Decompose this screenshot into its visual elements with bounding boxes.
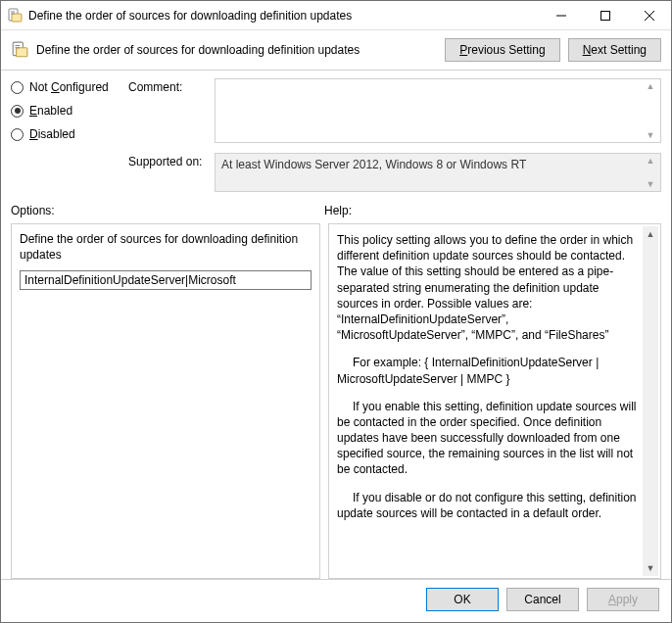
comment-value <box>216 79 660 87</box>
supported-on-text: At least Windows Server 2012, Windows 8 … <box>221 158 526 171</box>
ok-button[interactable]: OK <box>426 588 499 611</box>
help-para-2: For example: { InternalDefinitionUpdateS… <box>337 355 639 386</box>
help-panel: This policy setting allows you to define… <box>328 223 661 579</box>
options-label: Options: <box>11 204 324 217</box>
dialog-footer: OK Cancel Apply <box>1 579 671 618</box>
cancel-button[interactable]: Cancel <box>506 588 579 611</box>
scroll-up-icon: ▲ <box>643 226 658 242</box>
next-setting-button[interactable]: Next Setting <box>568 38 661 62</box>
radio-enabled[interactable]: Enabled <box>11 104 119 118</box>
supported-on-box: At least Windows Server 2012, Windows 8 … <box>215 153 661 192</box>
comment-label: Comment: <box>128 78 209 94</box>
header-title: Define the order of sources for download… <box>36 43 437 57</box>
window-title: Define the order of sources for download… <box>28 9 539 23</box>
help-para-1: This policy setting allows you to define… <box>337 232 639 343</box>
help-para-3: If you enable this setting, definition u… <box>337 399 639 478</box>
radio-icon <box>11 128 24 141</box>
scroll-down-icon: ▼ <box>643 130 658 140</box>
comment-textarea[interactable]: ▲ ▼ <box>215 78 661 143</box>
supported-on-label: Supported on: <box>128 153 209 168</box>
svg-rect-1 <box>12 14 22 22</box>
close-button[interactable] <box>627 1 671 29</box>
app-icon <box>7 8 23 24</box>
minimize-button[interactable] <box>539 1 583 29</box>
state-radios: Not Configured Enabled Disabled <box>11 78 119 192</box>
radio-icon <box>11 81 24 94</box>
help-label: Help: <box>324 204 661 217</box>
options-panel: Define the order of sources for download… <box>11 223 320 579</box>
option-description: Define the order of sources for download… <box>20 232 312 263</box>
next-setting-label: ext Setting <box>591 43 647 57</box>
scroll-up-icon: ▲ <box>643 156 658 166</box>
help-para-4: If you disable or do not configure this … <box>337 490 639 521</box>
scrollbar: ▲ ▼ <box>643 81 658 140</box>
radio-disabled[interactable]: Disabled <box>11 127 119 141</box>
header-row: Define the order of sources for download… <box>1 30 671 71</box>
radio-icon <box>11 105 24 118</box>
svg-rect-5 <box>600 11 609 20</box>
titlebar: Define the order of sources for download… <box>1 1 671 30</box>
scrollbar: ▲ ▼ <box>643 156 658 189</box>
option-value-input[interactable] <box>20 270 312 290</box>
policy-icon <box>11 41 28 59</box>
previous-setting-label: revious Setting <box>467 43 545 57</box>
previous-setting-button[interactable]: Previous Setting <box>445 38 559 62</box>
maximize-button[interactable] <box>583 1 627 29</box>
radio-not-configured[interactable]: Not Configured <box>11 80 119 94</box>
svg-rect-9 <box>17 48 27 57</box>
help-scrollbar[interactable]: ▲ ▼ <box>643 226 658 576</box>
apply-button: Apply <box>587 588 659 611</box>
scroll-down-icon: ▼ <box>643 179 658 189</box>
scroll-down-icon: ▼ <box>643 560 658 576</box>
